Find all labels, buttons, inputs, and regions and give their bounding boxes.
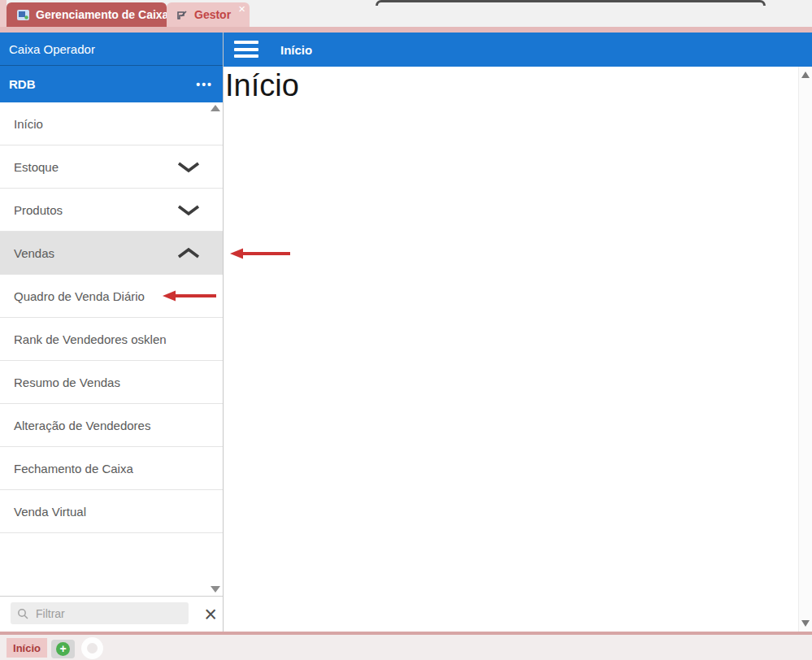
submenu-item-label: Fechamento de Caixa [14,462,133,475]
caixa-favicon-icon [17,9,29,21]
close-icon[interactable]: × [238,2,245,15]
tab-label: Gerenciamento de Caixa [36,8,168,21]
chevron-up-icon [176,247,201,259]
submenu-item-rank-de-vendedores[interactable]: Rank de Vendedores osklen [0,318,223,361]
main-content: Início [224,67,798,632]
menu-item-estoque[interactable]: Estoque [0,145,223,189]
background-window-edge [376,0,766,6]
submenu-item-alteracao-de-vendedores[interactable]: Alteração de Vendedores [0,404,223,447]
tab-gerenciamento-de-caixa[interactable]: Gerenciamento de Caixa [7,2,167,27]
content-heading: Início [224,67,798,104]
submenu-item-fechamento-de-caixa[interactable]: Fechamento de Caixa [0,447,223,490]
add-tab-button[interactable]: + [51,640,75,658]
profile-label: RDB [9,77,36,91]
submenu-item-venda-virtual[interactable]: Venda Virtual [0,490,223,533]
tabbar-left-sliver [0,0,7,27]
filter-bar: × [0,596,223,632]
tab-label: Gestor [194,8,231,21]
sidebar-title: Caixa Operador [0,33,223,66]
submenu-item-label: Resumo de Vendas [14,376,120,389]
footer-bar: Início + [0,632,812,660]
menu-item-label: Estoque [14,160,59,174]
filter-input[interactable] [11,602,189,624]
browser-tab-bar: Gerenciamento de Caixa Gestor × [0,0,812,33]
clear-filter-icon[interactable]: × [204,599,217,630]
menu-item-label: Início [14,117,43,131]
app-screen: Gerenciamento de Caixa Gestor × Caixa Op… [0,0,812,660]
menu-item-vendas[interactable]: Vendas [0,232,223,275]
plus-icon: + [56,642,70,656]
footer-tab-inicio[interactable]: Início [7,638,47,658]
chevron-down-icon [176,204,201,216]
menu-item-label: Produtos [14,203,63,217]
menu-item-produtos[interactable]: Produtos [0,189,223,232]
menu-item-label: Vendas [14,246,54,260]
page-title: Início [280,33,312,67]
tab-gestor[interactable]: Gestor × [167,2,250,27]
scroll-down-icon[interactable] [801,620,810,627]
faded-circle-icon [81,637,103,659]
submenu-item-label: Alteração de Vendedores [14,419,150,432]
submenu-item-resumo-de-vendas[interactable]: Resumo de Vendas [0,361,223,404]
sidebar-scroll-up-icon[interactable] [211,105,220,111]
menu-item-inicio[interactable]: Início [0,102,223,145]
sidebar-menu: Início Estoque Produtos Vendas [0,102,223,596]
submenu-item-quadro-de-venda-diario[interactable]: Quadro de Venda Diário [0,275,223,318]
more-options-icon[interactable]: ••• [196,66,213,102]
sidebar: Caixa Operador RDB ••• Início Estoque Pr… [0,33,224,632]
scroll-up-icon[interactable] [801,72,810,78]
chevron-down-icon [176,161,201,173]
sidebar-scroll-down-icon[interactable] [211,586,220,593]
main-area: Início Início [224,33,812,632]
main-header: Início [224,33,812,67]
submenu-item-label: Quadro de Venda Diário [14,289,145,303]
submenu-item-label: Rank de Vendedores osklen [14,332,167,346]
vertical-scrollbar[interactable] [798,67,812,632]
sidebar-profile-rdb[interactable]: RDB ••• [0,66,223,102]
gestor-favicon-icon [176,9,189,21]
active-tab-strip [0,27,812,33]
hamburger-menu-icon[interactable] [234,41,258,59]
submenu-item-label: Venda Virtual [14,505,86,519]
